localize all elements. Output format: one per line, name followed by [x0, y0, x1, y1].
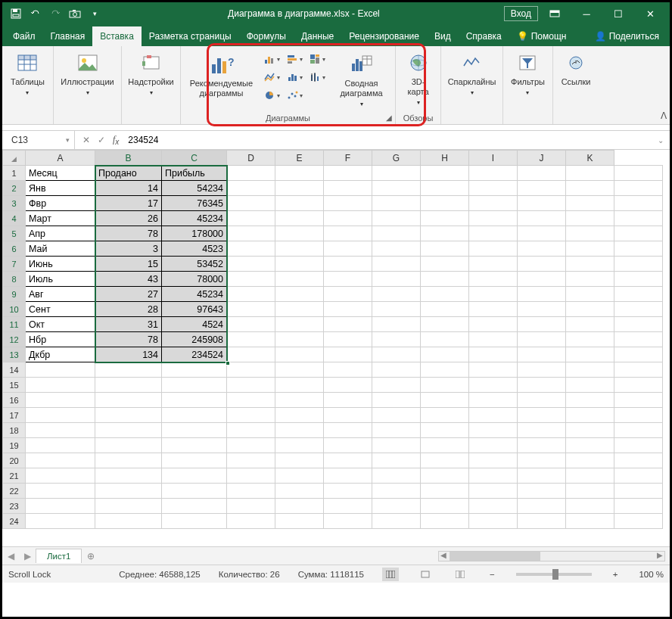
row-header[interactable]: 15 — [3, 378, 26, 393]
cell[interactable] — [227, 272, 275, 287]
cell[interactable] — [275, 468, 324, 484]
cell[interactable] — [372, 468, 421, 484]
cell[interactable]: 45234 — [162, 211, 227, 226]
zoom-in-icon[interactable]: + — [610, 570, 621, 579]
cell[interactable] — [95, 438, 162, 453]
cell[interactable] — [421, 484, 469, 499]
cell[interactable] — [275, 211, 324, 226]
cell[interactable] — [469, 211, 518, 226]
cell[interactable] — [614, 378, 663, 393]
cell[interactable]: Окт — [26, 317, 95, 332]
line-chart-icon[interactable] — [262, 69, 283, 86]
cell[interactable] — [227, 241, 275, 257]
row-header[interactable]: 6 — [3, 241, 26, 257]
cell[interactable] — [614, 408, 663, 423]
cell[interactable] — [421, 226, 469, 241]
cell[interactable] — [614, 514, 663, 529]
select-all-cell[interactable]: ◢ — [3, 151, 26, 166]
cell[interactable] — [227, 438, 275, 453]
cell[interactable] — [421, 378, 469, 393]
cell[interactable]: 78 — [95, 332, 162, 347]
cell[interactable] — [372, 423, 421, 438]
cell[interactable] — [95, 514, 162, 529]
cell[interactable] — [469, 453, 518, 468]
cell[interactable] — [469, 302, 518, 317]
qat-customize-icon[interactable]: ▾ — [86, 5, 104, 23]
cell[interactable]: Март — [26, 211, 95, 226]
scatter-chart-icon[interactable] — [285, 87, 306, 104]
cell[interactable] — [324, 226, 372, 241]
cell[interactable]: Прибыль — [162, 166, 227, 181]
cell[interactable] — [518, 362, 566, 378]
cell[interactable] — [518, 287, 566, 302]
cell[interactable] — [421, 393, 469, 408]
cell[interactable]: 43 — [95, 272, 162, 287]
cell[interactable] — [95, 484, 162, 499]
cell[interactable]: 3 — [95, 241, 162, 257]
cell[interactable] — [95, 408, 162, 423]
cell[interactable] — [372, 302, 421, 317]
cell[interactable] — [518, 302, 566, 317]
cell[interactable] — [95, 393, 162, 408]
cell[interactable] — [324, 499, 372, 514]
cell[interactable] — [518, 257, 566, 272]
cell[interactable] — [421, 211, 469, 226]
cell[interactable] — [162, 408, 227, 423]
cell[interactable]: 45234 — [162, 287, 227, 302]
cell[interactable] — [324, 347, 372, 362]
cell[interactable] — [614, 499, 663, 514]
cell[interactable]: Продано — [95, 166, 162, 181]
pie-chart-icon[interactable] — [262, 87, 283, 104]
cell[interactable]: 31 — [95, 317, 162, 332]
cell[interactable] — [421, 257, 469, 272]
cell[interactable] — [372, 181, 421, 196]
cell[interactable]: Май — [26, 241, 95, 257]
cell[interactable] — [324, 378, 372, 393]
cell[interactable] — [469, 166, 518, 181]
cell[interactable] — [518, 211, 566, 226]
column-header[interactable]: G — [372, 151, 421, 166]
tab-data[interactable]: Данные — [294, 26, 341, 46]
tables-button[interactable]: Таблицы▾ — [8, 49, 48, 98]
charts-dialog-launcher-icon[interactable]: ◢ — [386, 114, 392, 122]
cell[interactable]: 28 — [95, 302, 162, 317]
cell[interactable] — [275, 302, 324, 317]
cell[interactable] — [372, 514, 421, 529]
cell[interactable] — [227, 226, 275, 241]
cell[interactable]: Фвр — [26, 196, 95, 211]
cell[interactable]: 76345 — [162, 196, 227, 211]
cell[interactable] — [518, 408, 566, 423]
row-header[interactable]: 10 — [3, 302, 26, 317]
cell[interactable]: Июль — [26, 272, 95, 287]
cell[interactable] — [469, 196, 518, 211]
row-header[interactable]: 16 — [3, 393, 26, 408]
cell[interactable] — [162, 514, 227, 529]
cell[interactable] — [275, 332, 324, 347]
bar-chart-icon[interactable] — [285, 51, 306, 67]
cell[interactable]: 97643 — [162, 302, 227, 317]
tab-file[interactable]: Файл — [5, 26, 43, 46]
cell[interactable] — [518, 181, 566, 196]
worksheet-grid[interactable]: ◢ABCDEFGHIJK 1МесяцПроданоПрибыль2Янв145… — [2, 150, 670, 546]
row-header[interactable]: 19 — [3, 438, 26, 453]
cell[interactable] — [324, 393, 372, 408]
tab-view[interactable]: Вид — [427, 26, 459, 46]
cell[interactable] — [518, 317, 566, 332]
cell[interactable] — [275, 181, 324, 196]
cancel-formula-icon[interactable]: ✕ — [82, 135, 90, 145]
cell[interactable] — [275, 393, 324, 408]
filters-button[interactable]: Фильтры▾ — [508, 49, 548, 98]
cell[interactable] — [26, 408, 95, 423]
ribbon-display-icon[interactable] — [540, 4, 570, 23]
column-header[interactable]: C — [162, 151, 227, 166]
row-header[interactable]: 14 — [3, 362, 26, 378]
cell[interactable]: Дкбр — [26, 347, 95, 362]
cell[interactable] — [614, 287, 663, 302]
cell[interactable] — [324, 211, 372, 226]
cell[interactable] — [566, 408, 614, 423]
cell[interactable] — [227, 196, 275, 211]
cell[interactable] — [614, 211, 663, 226]
cell[interactable] — [372, 408, 421, 423]
cell[interactable]: 17 — [95, 196, 162, 211]
row-header[interactable]: 13 — [3, 347, 26, 362]
